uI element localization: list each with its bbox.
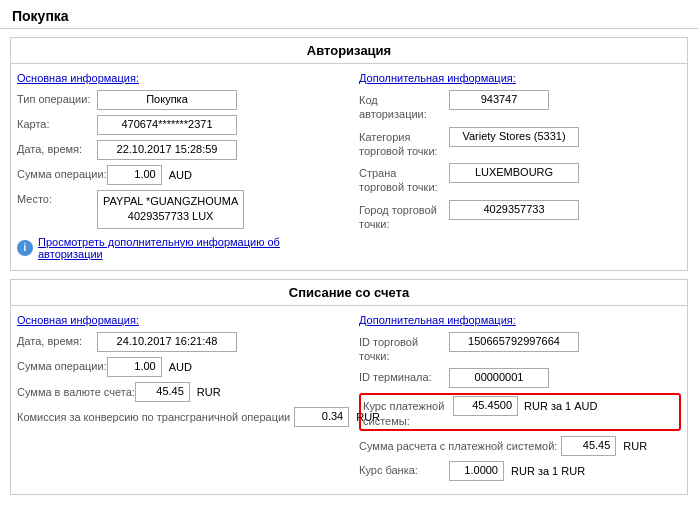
auth-info-link[interactable]: Просмотреть дополнительную информацию об…: [38, 236, 339, 260]
auth-code-row: Кодавторизации: 943747: [359, 90, 681, 122]
debit-exchange-rate-highlighted: Курс платежнойсистемы: 45.4500 RUR за 1 …: [359, 393, 681, 431]
auth-city-value: 4029357733: [449, 200, 579, 220]
auth-date-value: 22.10.2017 15:28:59: [97, 140, 237, 160]
debit-left-col: Основная информация: Дата, время: 24.10.…: [17, 314, 349, 486]
auth-card-value: 470674*******2371: [97, 115, 237, 135]
auth-amount-value: 1.00: [107, 165, 162, 185]
debit-date-value: 24.10.2017 16:21:48: [97, 332, 237, 352]
debit-right-header: Дополнительная информация:: [359, 314, 681, 326]
debit-payment-sum-row: Сумма расчета с платежной системой: 45.4…: [359, 436, 681, 456]
info-icon: i: [17, 240, 33, 256]
auth-place-value: PAYPAL *GUANGZHOUMA4029357733 LUX: [97, 190, 244, 229]
auth-type-value: Покупка: [97, 90, 237, 110]
debit-terminal-id-row: ID терминала: 00000001: [359, 368, 681, 388]
debit-left-header: Основная информация:: [17, 314, 339, 326]
authorization-section: Авторизация Основная информация: Тип опе…: [10, 37, 688, 271]
debit-terminal-id-value: 00000001: [449, 368, 549, 388]
debit-amount-unit: AUD: [169, 361, 192, 373]
debit-section: Списание со счета Основная информация: Д…: [10, 279, 688, 495]
debit-merchant-id-row: ID торговойточки: 150665792997664: [359, 332, 681, 364]
auth-city-row: Город торговойточки: 4029357733: [359, 200, 681, 232]
authorization-header: Авторизация: [11, 38, 687, 64]
auth-card-row: Карта: 470674*******2371: [17, 115, 339, 135]
debit-bank-rate-row: Курс банка: 1.0000 RUR за 1 RUR: [359, 461, 681, 481]
auth-amount-unit: AUD: [169, 169, 192, 181]
auth-right-col: Дополнительная информация: Кодавторизаци…: [349, 72, 681, 262]
debit-bank-rate-unit: RUR за 1 RUR: [511, 465, 585, 477]
auth-date-row: Дата, время: 22.10.2017 15:28:59: [17, 140, 339, 160]
auth-category-value: Variety Stores (5331): [449, 127, 579, 147]
debit-amount-row: Сумма операции: 1.00 AUD: [17, 357, 339, 377]
debit-bank-rate-value: 1.0000: [449, 461, 504, 481]
auth-amount-row: Сумма операции: 1.00 AUD: [17, 165, 339, 185]
debit-right-col: Дополнительная информация: ID торговойто…: [349, 314, 681, 486]
auth-code-value: 943747: [449, 90, 549, 110]
auth-type-row: Тип операции: Покупка: [17, 90, 339, 110]
debit-currency-value: 45.45: [135, 382, 190, 402]
debit-date-row: Дата, время: 24.10.2017 16:21:48: [17, 332, 339, 352]
debit-exchange-rate-value: 45.4500: [453, 396, 518, 416]
debit-commission-row: Комиссия за конверсию по трансграничной …: [17, 407, 339, 427]
page-title: Покупка: [0, 0, 698, 28]
auth-info-link-row: i Просмотреть дополнительную информацию …: [17, 234, 339, 262]
debit-commission-value: 0.34: [294, 407, 349, 427]
debit-exchange-rate-unit: RUR за 1 AUD: [524, 400, 598, 412]
auth-right-header: Дополнительная информация:: [359, 72, 681, 84]
auth-left-header: Основная информация:: [17, 72, 339, 84]
debit-payment-sum-value: 45.45: [561, 436, 616, 456]
debit-currency-unit: RUR: [197, 386, 221, 398]
debit-currency-row: Сумма в валюте счета: 45.45 RUR: [17, 382, 339, 402]
auth-country-value: LUXEMBOURG: [449, 163, 579, 183]
debit-payment-sum-unit: RUR: [623, 440, 647, 452]
auth-country-row: Странаторговой точки: LUXEMBOURG: [359, 163, 681, 195]
debit-header: Списание со счета: [11, 280, 687, 306]
debit-amount-value: 1.00: [107, 357, 162, 377]
debit-merchant-id-value: 150665792997664: [449, 332, 579, 352]
auth-category-row: Категорияторговой точки: Variety Stores …: [359, 127, 681, 159]
auth-left-col: Основная информация: Тип операции: Покуп…: [17, 72, 349, 262]
auth-place-row: Место: PAYPAL *GUANGZHOUMA4029357733 LUX: [17, 190, 339, 229]
